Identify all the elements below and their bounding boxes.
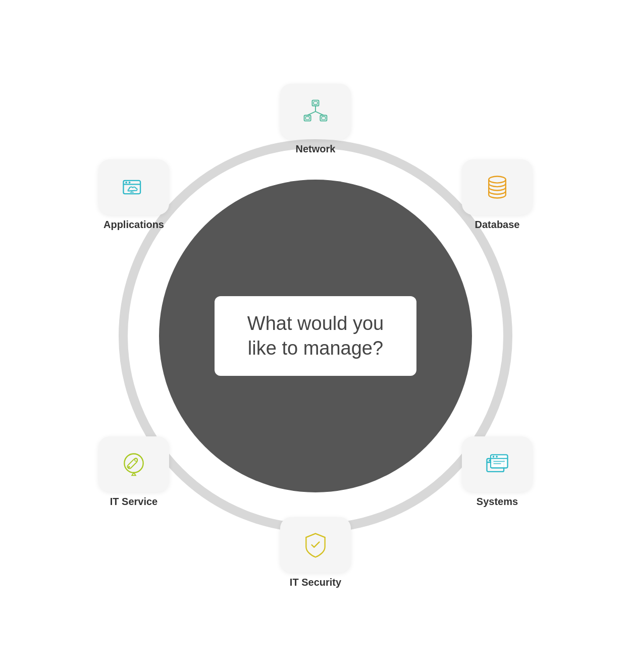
svg-rect-8 [322,117,325,120]
itsecurity-label: IT Security [290,577,341,588]
svg-point-17 [493,456,495,458]
itservice-card[interactable] [98,436,169,492]
center-box: What would you like to manage? [215,296,416,376]
database-label: Database [475,219,520,231]
systems-label: Systems [477,496,518,508]
svg-rect-0 [312,100,319,106]
applications-label: Applications [103,219,164,231]
itsecurity-card[interactable] [280,517,351,573]
node-itservice[interactable]: IT Service [98,436,169,508]
node-itsecurity[interactable]: IT Security [280,517,351,588]
node-network[interactable]: Network [280,84,351,155]
svg-point-21 [124,454,143,472]
svg-point-26 [125,182,127,184]
svg-rect-1 [304,115,311,121]
network-icon [301,97,330,126]
svg-line-5 [316,111,324,115]
applications-icon [120,173,148,201]
node-database[interactable]: Database [462,159,533,231]
svg-rect-6 [313,101,317,104]
center-line1: What would you [247,313,384,334]
applications-card[interactable] [98,159,169,215]
node-systems[interactable]: Systems [462,436,533,508]
itservice-icon [120,450,148,478]
svg-point-27 [129,182,131,184]
svg-rect-2 [320,115,327,121]
svg-rect-7 [305,117,309,120]
diagram-container: What would you like to manage? Network [88,59,543,613]
network-label: Network [296,143,336,155]
itsecurity-icon [301,531,330,559]
inner-circle: What would you like to manage? [159,180,472,492]
svg-point-22 [128,466,130,468]
svg-point-18 [496,456,498,458]
itservice-label: IT Service [110,496,158,508]
svg-point-9 [489,177,506,183]
center-line2: like to manage? [248,338,383,359]
systems-icon [483,450,511,478]
node-applications[interactable]: Applications [98,159,169,231]
svg-line-4 [307,111,316,115]
network-card[interactable] [280,84,351,139]
systems-card[interactable] [462,436,533,492]
center-text: What would you like to manage? [237,311,394,361]
database-card[interactable] [462,159,533,215]
database-icon [483,173,511,201]
